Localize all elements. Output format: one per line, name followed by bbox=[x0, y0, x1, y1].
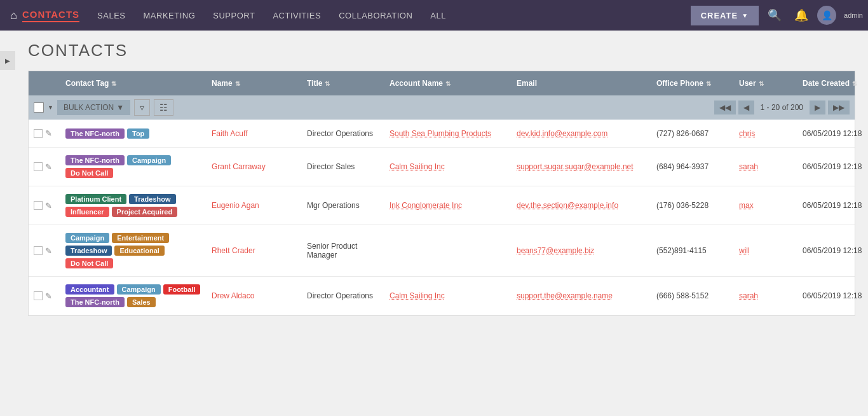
first-page-button[interactable]: ◀◀ bbox=[714, 101, 736, 114]
account-name-link[interactable]: Calm Sailing Inc bbox=[390, 291, 445, 300]
tag-badge[interactable]: The NFC-north bbox=[65, 297, 125, 307]
sort-user-icon[interactable]: ⇅ bbox=[759, 80, 764, 87]
email-link[interactable]: dev.the.section@example.info bbox=[517, 201, 618, 210]
tag-badge[interactable]: The NFC-north bbox=[65, 128, 125, 139]
title-text: Director Operations bbox=[307, 291, 373, 300]
phone-cell: (176) 036-5228 bbox=[651, 198, 734, 212]
user-link[interactable]: sarah bbox=[739, 291, 758, 300]
tag-badge[interactable]: Do Not Call bbox=[65, 258, 113, 268]
row-checkbox[interactable] bbox=[34, 129, 43, 138]
tag-badge[interactable]: Platinum Client bbox=[65, 194, 126, 204]
home-icon[interactable]: ⌂ bbox=[5, 9, 22, 22]
select-dropdown-icon[interactable]: ▼ bbox=[48, 104, 53, 111]
row-checkbox[interactable] bbox=[34, 201, 43, 210]
sort-phone-icon[interactable]: ⇅ bbox=[706, 80, 711, 87]
phone-cell: (684) 964-3937 bbox=[651, 160, 734, 174]
filter-button[interactable]: ▿ bbox=[134, 99, 150, 116]
user-link[interactable]: chris bbox=[739, 129, 755, 138]
brand-label[interactable]: CONTACTS bbox=[22, 9, 79, 22]
table-row: ✎ The NFC-northCampaignDo Not CallGrant … bbox=[29, 148, 855, 186]
email-link[interactable]: beans77@example.biz bbox=[517, 246, 594, 255]
user-cell: chris bbox=[734, 127, 797, 141]
edit-icon[interactable]: ✎ bbox=[45, 246, 52, 256]
select-all-checkbox[interactable] bbox=[34, 102, 44, 113]
user-link[interactable]: max bbox=[739, 201, 754, 210]
row-check-cell: ✎ bbox=[29, 126, 60, 141]
account-name-link[interactable]: Calm Sailing Inc bbox=[390, 162, 445, 171]
columns-button[interactable]: ☷ bbox=[154, 99, 173, 116]
last-page-button[interactable]: ▶▶ bbox=[828, 101, 850, 114]
tag-badge[interactable]: Educational bbox=[114, 246, 164, 256]
th-title[interactable]: Title ⇅ bbox=[302, 71, 384, 95]
account-name-link[interactable]: South Sea Plumbing Products bbox=[390, 129, 491, 138]
th-date[interactable]: Date Created ⇅ bbox=[797, 71, 868, 95]
contact-name-link[interactable]: Grant Carraway bbox=[212, 162, 266, 171]
tag-badge[interactable]: Sales bbox=[127, 297, 156, 307]
tag-badge[interactable]: Campaign bbox=[65, 233, 109, 243]
bulk-action-caret-icon: ▼ bbox=[116, 103, 124, 112]
contact-name-link[interactable]: Drew Aldaco bbox=[212, 291, 254, 300]
tag-badge[interactable]: Do Not Call bbox=[65, 168, 113, 178]
th-user[interactable]: User ⇅ bbox=[734, 71, 797, 95]
avatar[interactable]: 👤 bbox=[817, 6, 836, 25]
tag-badge[interactable]: Campaign bbox=[127, 155, 171, 165]
th-account[interactable]: Account Name ⇅ bbox=[384, 71, 512, 95]
tag-badge[interactable]: Tradeshow bbox=[65, 246, 112, 256]
th-name[interactable]: Name ⇅ bbox=[207, 71, 302, 95]
th-phone[interactable]: Office Phone ⇅ bbox=[651, 71, 734, 95]
edit-icon[interactable]: ✎ bbox=[45, 162, 52, 172]
sidebar-toggle[interactable]: ▶ bbox=[0, 51, 15, 70]
email-link[interactable]: support.sugar.sugar@example.net bbox=[517, 162, 634, 171]
tag-badge[interactable]: The NFC-north bbox=[65, 155, 125, 165]
user-cell: will bbox=[734, 244, 797, 258]
next-page-button[interactable]: ▶ bbox=[810, 101, 825, 114]
prev-page-button[interactable]: ◀ bbox=[738, 101, 754, 114]
user-link[interactable]: will bbox=[739, 246, 750, 255]
user-link[interactable]: sarah bbox=[739, 162, 758, 171]
tag-badge[interactable]: Project Acquired bbox=[112, 207, 178, 217]
edit-icon[interactable]: ✎ bbox=[45, 201, 52, 211]
tag-badge[interactable]: Top bbox=[127, 128, 149, 139]
title-text: Director Operations bbox=[307, 129, 373, 138]
notifications-icon[interactable]: 🔔 bbox=[790, 6, 812, 25]
account-name-link[interactable]: Ink Conglomerate Inc bbox=[390, 201, 462, 210]
date-text: 06/05/2019 12:18 bbox=[803, 129, 862, 138]
sort-contact-tag-icon[interactable]: ⇅ bbox=[111, 80, 116, 87]
title-cell: Senior Product Manager bbox=[302, 239, 384, 262]
edit-icon[interactable]: ✎ bbox=[45, 128, 52, 138]
email-link[interactable]: support.the@example.name bbox=[517, 291, 613, 300]
sort-account-icon[interactable]: ⇅ bbox=[445, 80, 451, 87]
sort-name-icon[interactable]: ⇅ bbox=[235, 80, 240, 87]
contact-name-link[interactable]: Eugenio Agan bbox=[212, 201, 259, 210]
nav-sales[interactable]: SALES bbox=[90, 8, 133, 23]
tag-badge[interactable]: Influencer bbox=[65, 207, 109, 217]
tag-badge[interactable]: Campaign bbox=[117, 284, 161, 295]
nav-collaboration[interactable]: COLLABORATION bbox=[331, 8, 420, 23]
contact-name-link[interactable]: Faith Acuff bbox=[212, 129, 247, 138]
tag-badge[interactable]: Accountant bbox=[65, 284, 114, 295]
email-link[interactable]: dev.kid.info@example.com bbox=[517, 129, 607, 138]
row-checkbox[interactable] bbox=[34, 162, 43, 171]
create-button[interactable]: CREATE ▼ bbox=[691, 6, 759, 25]
row-checkbox[interactable] bbox=[34, 246, 43, 255]
row-check-cell: ✎ bbox=[29, 160, 60, 174]
sort-title-icon[interactable]: ⇅ bbox=[325, 80, 330, 87]
row-checkbox[interactable] bbox=[34, 291, 43, 300]
search-icon[interactable]: 🔍 bbox=[764, 6, 785, 25]
tag-badge[interactable]: Entertainment bbox=[112, 233, 169, 243]
tag-badge[interactable]: Football bbox=[163, 284, 201, 295]
nav-support[interactable]: SUPPORT bbox=[205, 8, 262, 23]
edit-icon[interactable]: ✎ bbox=[45, 291, 52, 301]
bulk-action-button[interactable]: BULK ACTION ▼ bbox=[57, 100, 130, 115]
nav-marketing[interactable]: MARKETING bbox=[136, 8, 203, 23]
contact-name-link[interactable]: Rhett Crader bbox=[212, 246, 255, 255]
th-contact-tag[interactable]: Contact Tag ⇅ bbox=[60, 71, 207, 95]
tag-badge[interactable]: Tradeshow bbox=[129, 194, 175, 204]
nav-all[interactable]: ALL bbox=[423, 8, 454, 23]
table-row: ✎ Platinum ClientTradeshowInfluencerProj… bbox=[29, 186, 855, 225]
nav-activities[interactable]: ACTIVITIES bbox=[265, 8, 329, 23]
tags-cell: CampaignEntertainmentTradeshowEducationa… bbox=[60, 230, 207, 271]
date-cell: 06/05/2019 12:18 bbox=[797, 160, 868, 174]
name-cell: Drew Aldaco bbox=[207, 289, 302, 303]
sort-date-icon[interactable]: ⇅ bbox=[852, 80, 857, 87]
